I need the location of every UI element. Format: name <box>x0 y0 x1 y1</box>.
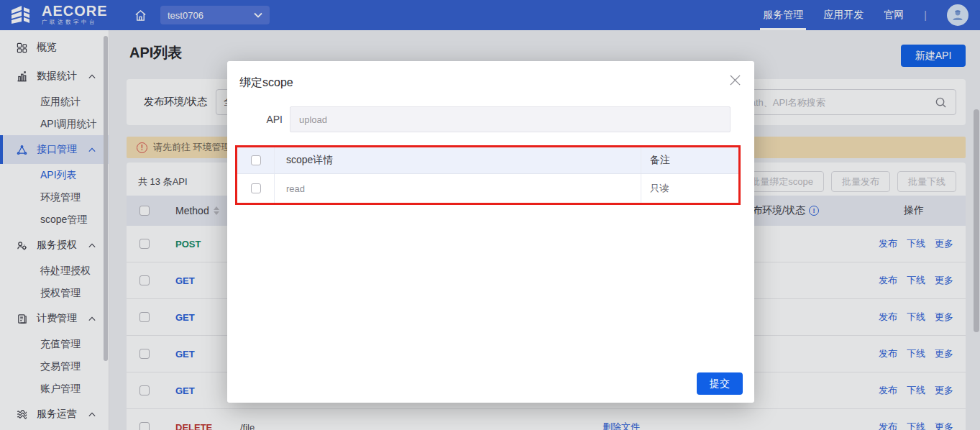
scope-row-checkbox-cell <box>237 174 275 203</box>
scope-select-all-checkbox[interactable] <box>251 155 261 165</box>
remark-value: 只读 <box>641 182 738 195</box>
api-field-label: API <box>257 106 283 132</box>
scope-value: read <box>275 174 641 203</box>
scope-row-checkbox[interactable] <box>251 183 261 193</box>
scope-select-all-cell <box>237 147 275 173</box>
remark-column-header: 备注 <box>641 154 738 167</box>
submit-button[interactable]: 提交 <box>697 372 743 395</box>
modal-title: 绑定scope <box>239 76 293 91</box>
api-field-input <box>290 106 731 132</box>
red-annotation-box: scope详情 备注 read 只读 <box>235 145 741 205</box>
close-icon[interactable] <box>726 71 744 89</box>
modal-api-row: API <box>227 106 754 132</box>
scope-table-row: read 只读 <box>237 174 738 203</box>
scope-table-header-row: scope详情 备注 <box>237 147 738 174</box>
scope-detail-column-header: scope详情 <box>275 147 641 173</box>
bind-scope-modal: 绑定scope API scope详情 备注 read 只读 提交 <box>227 61 754 403</box>
